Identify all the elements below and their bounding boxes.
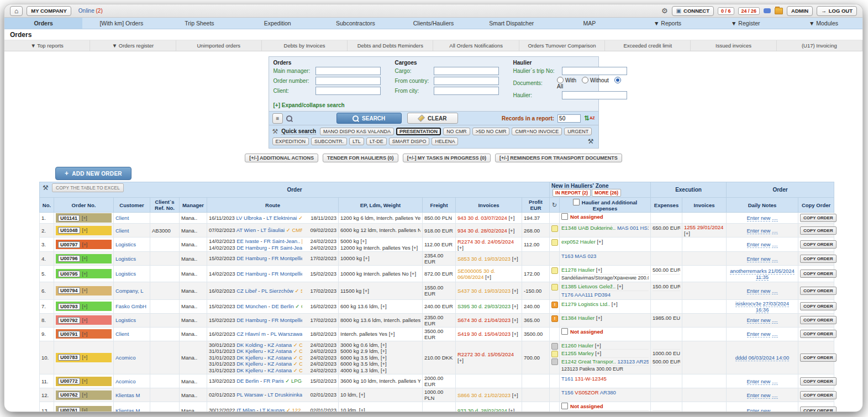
cargo-line[interactable]: 10000 kg Interch. palletes No [+] [340,271,420,277]
invoice-expand-link[interactable]: [+] [457,245,464,251]
note-dots-link[interactable]: .... [772,408,778,412]
assign-checkbox[interactable] [561,213,568,220]
copy-order-button[interactable]: COPY ORDER [800,330,837,338]
nav-tab-trip-sheets[interactable]: Trip Sheets [160,18,238,29]
route-to-link[interactable]: PL Warszawa [270,331,302,337]
admin-button[interactable]: ADMIN [787,6,813,16]
invoice-expand-link[interactable]: [+] [511,303,518,309]
invoice-link[interactable]: S419 30 d. 15/04/2023 [457,331,511,337]
route-to-link[interactable]: PL Sierzchów [261,288,293,294]
nav-tab-reports[interactable]: ▼ Reports [629,18,707,29]
invoice-expand-link[interactable]: [+] [457,357,464,363]
haulier-link[interactable]: E1242 Great Transpor.. [561,358,616,365]
route-to-link[interactable]: FR Montpellier [272,317,302,323]
customer-link[interactable]: Klientas M [114,388,150,402]
subtab-issued-invoices[interactable]: Issued invoices [691,40,776,51]
copy-order-button[interactable]: COPY ORDER [800,316,837,324]
order-expand-link[interactable]: [+] [82,355,88,360]
cargo-line[interactable]: 3000 kg 0.6 ldm, [+] [340,342,420,349]
quick-button-mano-dispo-kas-valanda[interactable]: MANO DISPO KAS VALANDA [320,128,394,135]
quick-button-expedition[interactable]: EXPEDITION [272,138,309,145]
quick-button-no-cmr[interactable]: NO CMR [443,128,470,135]
copy-order-button[interactable]: COPY ORDER [800,407,837,412]
radio-all[interactable] [614,77,621,83]
quick-button-smart-dispo[interactable]: SMART DISPO [389,138,430,145]
from-country-input[interactable] [434,77,499,85]
cargo-line[interactable]: 1200 kg 6 ldm, Interch. palletes Yes [+] [340,215,420,221]
copy-order-button[interactable]: COPY ORDER [800,214,837,222]
haulier-link[interactable]: [+] [610,301,617,307]
haulier-link[interactable]: E1348 UAB Dukterinė.. [561,225,616,231]
invoice-link[interactable]: R2274 30 d. 24/05/2024 [457,239,514,245]
route-to-link[interactable]: LT Kaunas [260,407,285,411]
note-dots-link[interactable]: .... [772,241,778,248]
nav-tab-expedition[interactable]: Expedition [239,18,317,29]
order-code[interactable]: U00791 [58,331,80,337]
invoice-expand-link[interactable]: [+] [507,215,514,221]
nav-tab-map[interactable]: MAP [550,18,628,29]
haulier-link[interactable]: exp052 Hauler [561,239,596,245]
route-to-link[interactable]: KZ Astana [267,348,292,354]
route-doc-link[interactable]: ✓ CMR [286,227,302,233]
nav-tab-smart-dispatcher[interactable]: Smart Dispatcher [472,18,550,29]
cargo-line[interactable]: 12000 kg Interch. palletes Yes [+] [340,245,420,251]
route-from-link[interactable]: LV Ulbroka [236,215,261,221]
subtab-debts-and-debts-reminders[interactable]: Debts and Debts Reminders [348,40,433,51]
order-code[interactable]: U00793 [58,303,80,310]
order-code[interactable]: U00797 [58,241,80,248]
truck-link[interactable]: T156 [561,389,574,395]
enter-new-note-link[interactable]: Enter new [747,288,771,294]
cargo-line[interactable]: 10000 kg [+] [340,255,420,262]
subtab-u17-invoicing[interactable]: (U17) Invoicing [777,40,862,51]
order-code[interactable]: U00762 [58,392,80,398]
route-from-link[interactable]: DE Hamburg [236,317,267,323]
order-code[interactable]: U00783 [58,354,80,361]
copy-order-button[interactable]: COPY ORDER [800,255,837,263]
haulier-link[interactable]: [+] [595,315,602,321]
order-expand-link[interactable]: [+] [82,228,88,233]
order-expand-link[interactable]: [+] [82,242,88,247]
customer-link[interactable]: Company, L [114,282,150,300]
route-from-link[interactable]: PL Warsaw [236,392,263,398]
route-from-link[interactable]: IT Milan [236,407,255,411]
haulier-link[interactable]: E1260 Hauler [561,342,593,349]
route-doc-link[interactable]: ✓ LPG-9140 [285,378,302,384]
quick-button-presentation[interactable]: PRESENTATION [396,128,441,135]
truck-link[interactable]: VS05ZOR [574,389,599,395]
route-to-link[interactable]: FR Paris [264,378,284,384]
route-to-link[interactable]: FR Saint-Jean.. [264,238,300,244]
route-to-link[interactable]: KZ Astana [267,342,292,348]
route-to-link[interactable]: KZ Astana [267,361,292,367]
chat-icon[interactable] [764,8,771,13]
order-code[interactable]: U00761 [58,407,80,411]
route-from-link[interactable]: DK Kjelleru [236,361,263,367]
invoice-expand-link[interactable]: [+] [511,288,518,294]
truck-link[interactable]: T163 [561,253,574,259]
route-doc-link[interactable]: ✓ CMR 35406 [293,342,302,348]
sort-az-icon[interactable]: ⇅AZ [584,115,595,122]
haulier-link[interactable]: E1255 Marley [561,350,594,356]
enter-new-note-link[interactable]: Enter new [747,256,771,262]
route-doc-link[interactable]: ✓ CMR 56406 [293,348,302,354]
radio-with[interactable] [557,77,564,83]
invoice-link[interactable]: 943 30 d. 03/07/2024 [457,215,507,221]
refresh-icon[interactable]: ↻ [552,202,557,208]
subtab-all-orders-notifications[interactable]: All Orders Notifications [433,40,519,51]
subtab-exceeded-credit-limit[interactable]: Exceeded credit limit [605,40,691,51]
haulier-link[interactable]: E1278 Haulier [561,267,595,273]
route-from-link[interactable]: DE Berlin [236,378,259,384]
nav-tab-register[interactable]: ▼ Register [707,18,785,29]
quick-button-subcontr[interactable]: SUBCONTR. [311,138,347,145]
assign-checkbox[interactable] [561,328,568,335]
truck-link[interactable]: 131-W-12345 [574,376,607,382]
order-expand-link[interactable]: [+] [82,408,88,411]
haulier-link[interactable]: [+] [593,342,601,349]
route-from-link[interactable]: DK Kjelleru [236,355,263,361]
copy-order-button[interactable]: COPY ORDER [800,302,837,310]
quick-button-ltl[interactable]: LTL [349,138,364,145]
customize-icon[interactable]: ⚒ [588,138,594,145]
invoice-expand-link[interactable]: [+] [511,317,518,323]
customer-link[interactable]: Client [114,224,150,237]
invoice-link[interactable]: S437 30 d. 19/03/2023 [457,288,511,294]
route-from-link[interactable]: CZ Libeř [236,288,256,294]
